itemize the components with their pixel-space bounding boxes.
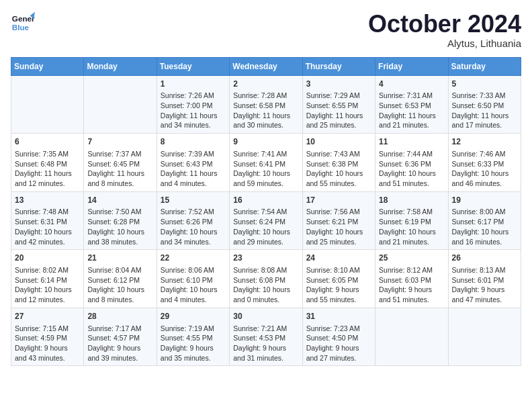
calendar-cell: 5Sunrise: 7:33 AM Sunset: 6:50 PM Daylig… xyxy=(448,75,521,134)
calendar-cell: 11Sunrise: 7:44 AM Sunset: 6:36 PM Dayli… xyxy=(375,134,448,192)
calendar-cell: 27Sunrise: 7:15 AM Sunset: 4:59 PM Dayli… xyxy=(11,308,84,366)
cell-content: Sunrise: 8:12 AM Sunset: 6:03 PM Dayligh… xyxy=(379,265,444,305)
cell-content: Sunrise: 7:31 AM Sunset: 6:53 PM Dayligh… xyxy=(379,91,444,130)
cell-content: Sunrise: 7:52 AM Sunset: 6:26 PM Dayligh… xyxy=(161,207,226,246)
cell-content: Sunrise: 8:08 AM Sunset: 6:08 PM Dayligh… xyxy=(233,265,298,305)
day-header-tuesday: Tuesday xyxy=(157,57,229,75)
calendar-cell: 19Sunrise: 8:00 AM Sunset: 6:17 PM Dayli… xyxy=(448,191,521,250)
cell-content: Sunrise: 7:37 AM Sunset: 6:45 PM Dayligh… xyxy=(87,149,152,189)
calendar-cell: 30Sunrise: 7:21 AM Sunset: 4:53 PM Dayli… xyxy=(230,308,302,366)
calendar-cell: 15Sunrise: 7:52 AM Sunset: 6:26 PM Dayli… xyxy=(157,191,229,250)
cell-content: Sunrise: 7:50 AM Sunset: 6:28 PM Dayligh… xyxy=(87,207,152,246)
cell-content: Sunrise: 7:29 AM Sunset: 6:55 PM Dayligh… xyxy=(306,91,371,130)
cell-content: Sunrise: 8:04 AM Sunset: 6:12 PM Dayligh… xyxy=(87,265,152,305)
day-number: 7 xyxy=(87,136,152,148)
day-number: 19 xyxy=(452,195,517,206)
day-header-thursday: Thursday xyxy=(302,57,375,75)
calendar-cell: 12Sunrise: 7:46 AM Sunset: 6:33 PM Dayli… xyxy=(448,134,521,192)
day-number: 3 xyxy=(306,79,371,90)
calendar-cell: 2Sunrise: 7:28 AM Sunset: 6:58 PM Daylig… xyxy=(230,75,302,134)
calendar-table: SundayMondayTuesdayWednesdayThursdayFrid… xyxy=(11,57,521,367)
cell-content: Sunrise: 7:54 AM Sunset: 6:24 PM Dayligh… xyxy=(233,207,298,246)
logo: General Blue xyxy=(11,11,35,35)
calendar-cell: 7Sunrise: 7:37 AM Sunset: 6:45 PM Daylig… xyxy=(84,134,157,192)
day-number: 2 xyxy=(233,79,298,90)
calendar-cell: 18Sunrise: 7:58 AM Sunset: 6:19 PM Dayli… xyxy=(375,191,448,250)
week-row-4: 20Sunrise: 8:02 AM Sunset: 6:14 PM Dayli… xyxy=(11,250,521,308)
cell-content: Sunrise: 7:58 AM Sunset: 6:19 PM Dayligh… xyxy=(379,207,444,246)
calendar-cell: 1Sunrise: 7:26 AM Sunset: 7:00 PM Daylig… xyxy=(157,75,229,134)
calendar-cell: 24Sunrise: 8:10 AM Sunset: 6:05 PM Dayli… xyxy=(302,250,375,308)
cell-content: Sunrise: 7:41 AM Sunset: 6:41 PM Dayligh… xyxy=(233,149,298,189)
day-number: 26 xyxy=(452,253,517,264)
cell-content: Sunrise: 7:19 AM Sunset: 4:55 PM Dayligh… xyxy=(161,324,226,363)
location: Alytus, Lithuania xyxy=(368,38,521,49)
day-number: 5 xyxy=(452,79,517,90)
cell-content: Sunrise: 7:46 AM Sunset: 6:33 PM Dayligh… xyxy=(452,149,517,189)
cell-content: Sunrise: 7:26 AM Sunset: 7:00 PM Dayligh… xyxy=(161,91,226,130)
week-row-5: 27Sunrise: 7:15 AM Sunset: 4:59 PM Dayli… xyxy=(11,308,521,366)
day-number: 21 xyxy=(87,253,152,264)
day-number: 25 xyxy=(379,253,444,264)
day-header-friday: Friday xyxy=(375,57,448,75)
cell-content: Sunrise: 7:56 AM Sunset: 6:21 PM Dayligh… xyxy=(306,207,371,246)
day-number: 8 xyxy=(161,136,226,148)
calendar-cell: 21Sunrise: 8:04 AM Sunset: 6:12 PM Dayli… xyxy=(84,250,157,308)
calendar-cell: 25Sunrise: 8:12 AM Sunset: 6:03 PM Dayli… xyxy=(375,250,448,308)
calendar-cell xyxy=(84,75,157,134)
calendar-cell: 31Sunrise: 7:23 AM Sunset: 4:50 PM Dayli… xyxy=(302,308,375,366)
calendar-cell: 16Sunrise: 7:54 AM Sunset: 6:24 PM Dayli… xyxy=(230,191,302,250)
calendar-cell: 29Sunrise: 7:19 AM Sunset: 4:55 PM Dayli… xyxy=(157,308,229,366)
day-number: 10 xyxy=(306,136,371,148)
day-number: 22 xyxy=(161,253,226,264)
calendar-cell: 23Sunrise: 8:08 AM Sunset: 6:08 PM Dayli… xyxy=(230,250,302,308)
cell-content: Sunrise: 8:13 AM Sunset: 6:01 PM Dayligh… xyxy=(452,265,517,305)
day-number: 29 xyxy=(161,311,226,322)
day-number: 15 xyxy=(161,195,226,206)
calendar-cell: 14Sunrise: 7:50 AM Sunset: 6:28 PM Dayli… xyxy=(84,191,157,250)
day-number: 12 xyxy=(452,136,517,148)
day-number: 16 xyxy=(233,195,298,206)
cell-content: Sunrise: 7:21 AM Sunset: 4:53 PM Dayligh… xyxy=(233,324,298,363)
cell-content: Sunrise: 7:48 AM Sunset: 6:31 PM Dayligh… xyxy=(15,207,80,246)
calendar-cell xyxy=(11,75,84,134)
day-number: 6 xyxy=(15,136,80,148)
day-number: 20 xyxy=(15,253,80,264)
days-header-row: SundayMondayTuesdayWednesdayThursdayFrid… xyxy=(11,57,521,75)
cell-content: Sunrise: 7:44 AM Sunset: 6:36 PM Dayligh… xyxy=(379,149,444,189)
day-number: 14 xyxy=(87,195,152,206)
calendar-cell: 8Sunrise: 7:39 AM Sunset: 6:43 PM Daylig… xyxy=(157,134,229,192)
calendar-cell: 13Sunrise: 7:48 AM Sunset: 6:31 PM Dayli… xyxy=(11,191,84,250)
day-header-sunday: Sunday xyxy=(11,57,84,75)
calendar-cell: 10Sunrise: 7:43 AM Sunset: 6:38 PM Dayli… xyxy=(302,134,375,192)
week-row-2: 6Sunrise: 7:35 AM Sunset: 6:48 PM Daylig… xyxy=(11,134,521,192)
day-number: 9 xyxy=(233,136,298,148)
title-block: October 2024 Alytus, Lithuania xyxy=(368,11,521,49)
cell-content: Sunrise: 8:00 AM Sunset: 6:17 PM Dayligh… xyxy=(452,207,517,246)
cell-content: Sunrise: 7:15 AM Sunset: 4:59 PM Dayligh… xyxy=(15,324,80,363)
calendar-cell: 26Sunrise: 8:13 AM Sunset: 6:01 PM Dayli… xyxy=(448,250,521,308)
calendar-cell: 6Sunrise: 7:35 AM Sunset: 6:48 PM Daylig… xyxy=(11,134,84,192)
cell-content: Sunrise: 7:39 AM Sunset: 6:43 PM Dayligh… xyxy=(161,149,226,189)
day-number: 13 xyxy=(15,195,80,206)
day-number: 28 xyxy=(87,311,152,322)
calendar-cell: 22Sunrise: 8:06 AM Sunset: 6:10 PM Dayli… xyxy=(157,250,229,308)
day-number: 23 xyxy=(233,253,298,264)
day-number: 4 xyxy=(379,79,444,90)
day-header-saturday: Saturday xyxy=(448,57,521,75)
day-number: 24 xyxy=(306,253,371,264)
calendar-cell: 28Sunrise: 7:17 AM Sunset: 4:57 PM Dayli… xyxy=(84,308,157,366)
cell-content: Sunrise: 7:35 AM Sunset: 6:48 PM Dayligh… xyxy=(15,149,80,189)
cell-content: Sunrise: 7:33 AM Sunset: 6:50 PM Dayligh… xyxy=(452,91,517,130)
calendar-cell xyxy=(448,308,521,366)
day-number: 18 xyxy=(379,195,444,206)
day-number: 31 xyxy=(306,311,371,322)
day-number: 17 xyxy=(306,195,371,206)
calendar-cell: 17Sunrise: 7:56 AM Sunset: 6:21 PM Dayli… xyxy=(302,191,375,250)
day-number: 27 xyxy=(15,311,80,322)
cell-content: Sunrise: 7:17 AM Sunset: 4:57 PM Dayligh… xyxy=(87,324,152,363)
calendar-cell: 3Sunrise: 7:29 AM Sunset: 6:55 PM Daylig… xyxy=(302,75,375,134)
week-row-1: 1Sunrise: 7:26 AM Sunset: 7:00 PM Daylig… xyxy=(11,75,521,134)
month-title: October 2024 xyxy=(368,11,521,38)
week-row-3: 13Sunrise: 7:48 AM Sunset: 6:31 PM Dayli… xyxy=(11,191,521,250)
